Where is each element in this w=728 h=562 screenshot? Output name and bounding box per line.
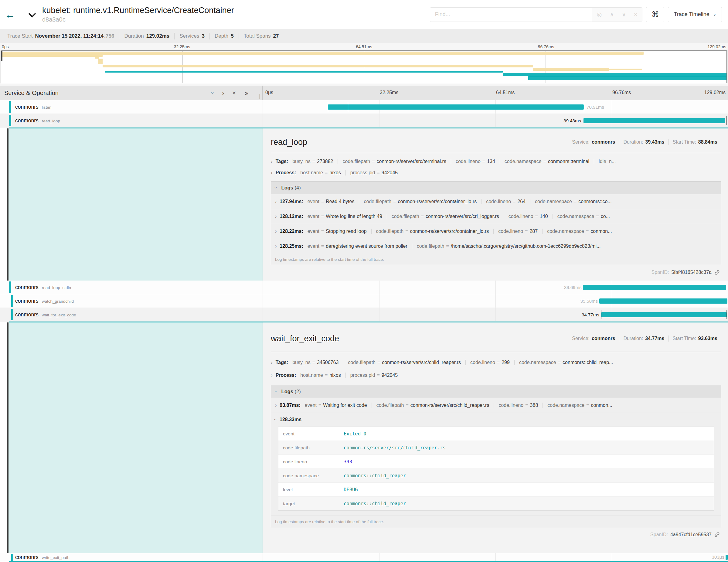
expand-one-icon[interactable]: › bbox=[222, 89, 224, 97]
minimap-span-bar bbox=[528, 76, 727, 80]
span-bar[interactable] bbox=[328, 104, 584, 110]
span-bar[interactable] bbox=[599, 298, 728, 304]
span-bar[interactable] bbox=[583, 118, 725, 123]
process-row[interactable]: › Process: host.name=nixos process.pid=9… bbox=[271, 372, 721, 378]
span-duration-label: 39.69ms bbox=[564, 281, 582, 294]
tick-label: 0μs bbox=[2, 44, 9, 49]
chevron-right-icon[interactable]: › bbox=[271, 170, 273, 176]
trace-start-stat: Trace Start November 15 2022, 11:24:14 .… bbox=[2, 33, 119, 39]
service-name: conmonrs bbox=[15, 298, 39, 304]
duration-stat: Duration129.02ms bbox=[119, 33, 174, 39]
log-entry[interactable]: › 93.87ms: event=Waiting for exit code c… bbox=[271, 398, 721, 413]
span-detail-title: wait_for_exit_code bbox=[271, 334, 339, 343]
trace-view: ← kubelet: runtime.v1.RuntimeService/Cre… bbox=[0, 0, 728, 562]
clear-search-icon[interactable]: × bbox=[634, 11, 637, 18]
minimap-drag-handle-right[interactable] bbox=[726, 51, 727, 83]
logs-count: (2) bbox=[295, 389, 301, 394]
tags-row[interactable]: › Tags: busy_ns=34506763 code.filepath=c… bbox=[271, 359, 721, 366]
tick-label: 96.76ms bbox=[612, 90, 631, 95]
service-name: conmonrs bbox=[15, 118, 39, 124]
detail-name-column bbox=[9, 322, 263, 553]
log-entry[interactable]: › 128.25ms: event=deregistering event so… bbox=[271, 239, 721, 254]
table-row: code.lineno 393 bbox=[278, 455, 714, 468]
chevron-down-icon: › bbox=[274, 391, 279, 392]
minimap-span-bar bbox=[98, 59, 103, 64]
match-case-target-icon[interactable]: ◎ bbox=[597, 11, 602, 18]
span-bar[interactable] bbox=[601, 312, 727, 317]
span-bar[interactable] bbox=[726, 555, 728, 560]
logs-count: (4) bbox=[295, 185, 301, 190]
minimap-span-bar bbox=[103, 65, 533, 67]
logs-section: › Logs (4) › 127.94ms: event=Read 4 byte… bbox=[271, 181, 721, 265]
find-bar: ◎ ∧ ∨ × bbox=[430, 7, 643, 22]
span-row-watch-grandchild[interactable]: conmonrs watch_grandchild 35.58ms bbox=[0, 294, 728, 308]
span-color-indicator bbox=[9, 101, 11, 113]
keyboard-shortcuts-button[interactable]: ⌘ bbox=[646, 7, 664, 22]
next-result-icon[interactable]: ∨ bbox=[622, 11, 626, 18]
detail-content: read_loop Service:conmonrs Duration:39.4… bbox=[263, 128, 728, 281]
chevron-down-icon: › bbox=[274, 187, 279, 189]
logs-header[interactable]: › Logs (4) bbox=[271, 182, 721, 194]
trace-id: d8a3a0c bbox=[42, 16, 234, 23]
span-detail-read-loop: read_loop Service:conmonrs Duration:39.4… bbox=[0, 128, 728, 281]
minimap-canvas[interactable] bbox=[1, 50, 727, 83]
minimap-ticks: 0μs 32.25ms 64.51ms 96.76ms 129.02ms bbox=[0, 43, 728, 50]
service-name: conmonrs bbox=[15, 554, 39, 560]
tags-row[interactable]: › Tags: busy_ns=273882 code.filepath=con… bbox=[271, 158, 721, 165]
collapse-title-chevron-icon[interactable] bbox=[28, 12, 36, 19]
span-duration-label: 303μs bbox=[712, 553, 724, 561]
minimap-drag-handle-left[interactable] bbox=[1, 51, 2, 61]
log-entry[interactable]: › 127.94ms: event=Read 4 bytes code.file… bbox=[271, 194, 721, 209]
find-input[interactable] bbox=[430, 8, 592, 22]
service-operation-label: Service & Operation bbox=[4, 90, 59, 97]
command-icon: ⌘ bbox=[651, 10, 659, 19]
log-entry[interactable]: › 128.12ms: event=Wrote log line of leng… bbox=[271, 209, 721, 224]
chevron-right-icon: › bbox=[275, 244, 277, 249]
span-color-indicator bbox=[11, 309, 13, 320]
detail-name-column bbox=[9, 128, 263, 281]
tick-label: 32.25ms bbox=[380, 90, 398, 95]
chevron-right-icon[interactable]: › bbox=[271, 158, 273, 165]
deep-link-icon[interactable] bbox=[714, 269, 720, 275]
span-row-write-exit-path[interactable]: conmonrs write_exit_path 303μs bbox=[0, 553, 728, 561]
tick-label: 64.51ms bbox=[496, 90, 515, 95]
table-row: level DEBUG bbox=[278, 482, 714, 496]
app-header: ← kubelet: runtime.v1.RuntimeService/Cre… bbox=[0, 0, 728, 29]
timeline-ruler: 0μs 32.25ms 64.51ms 96.76ms 129.02ms bbox=[263, 86, 728, 100]
deep-link-icon[interactable] bbox=[714, 532, 720, 538]
page-title: kubelet: runtime.v1.RuntimeService/Creat… bbox=[42, 6, 234, 15]
collapse-all-icon[interactable]: » bbox=[231, 91, 238, 95]
process-row[interactable]: › Process: host.name=nixos process.pid=9… bbox=[271, 170, 721, 176]
span-row-read-loop-stdin[interactable]: conmonrs read_loop_stdin 39.69ms bbox=[0, 281, 728, 294]
log-entry[interactable]: › 128.22ms: event=Stopping read loop cod… bbox=[271, 224, 721, 239]
logs-header[interactable]: › Logs (2) bbox=[271, 385, 721, 398]
depth-stat: Depth5 bbox=[209, 33, 239, 39]
span-detail-title: read_loop bbox=[271, 138, 307, 147]
total-spans-stat: Total Spans27 bbox=[239, 33, 284, 39]
detail-service: Service:conmonrs bbox=[568, 335, 619, 342]
span-row-wait-for-exit-code[interactable]: conmonrs wait_for_exit_code 34.77ms bbox=[0, 308, 728, 322]
prev-result-icon[interactable]: ∧ bbox=[610, 11, 614, 18]
find-controls: ◎ ∧ ∨ × bbox=[592, 8, 642, 22]
back-arrow-icon: ← bbox=[5, 8, 15, 21]
operation-name: wait_for_exit_code bbox=[42, 313, 76, 317]
span-row-read-loop[interactable]: conmonrs read_loop 39.43ms bbox=[0, 114, 728, 128]
span-duration-label: 35.58ms bbox=[580, 294, 598, 308]
chevron-right-icon[interactable]: › bbox=[271, 359, 273, 366]
column-resize-handle[interactable]: ∥ bbox=[258, 94, 261, 99]
chevron-right-icon[interactable]: › bbox=[271, 372, 273, 378]
back-button[interactable]: ← bbox=[0, 0, 20, 29]
chevron-down-icon: › bbox=[273, 419, 278, 421]
title-block: kubelet: runtime.v1.RuntimeService/Creat… bbox=[42, 6, 234, 23]
span-color-indicator bbox=[9, 281, 11, 293]
detail-duration: Duration:34.77ms bbox=[619, 335, 668, 342]
collapse-one-icon[interactable]: › bbox=[209, 92, 216, 94]
expand-all-icon[interactable]: » bbox=[245, 89, 248, 97]
tick-label: 129.02ms bbox=[704, 90, 726, 95]
span-row-listen[interactable]: conmonrs listen 70.91ms bbox=[0, 100, 728, 114]
view-selector-button[interactable]: Trace Timeline ∨ bbox=[668, 7, 722, 22]
log-expanded-header[interactable]: › 128.33ms bbox=[275, 417, 717, 422]
span-bar[interactable] bbox=[583, 285, 726, 290]
table-row: code.namespace conmonrs::child_reaper bbox=[278, 468, 714, 482]
trace-summary-bar: Trace Start November 15 2022, 11:24:14 .… bbox=[0, 29, 728, 43]
